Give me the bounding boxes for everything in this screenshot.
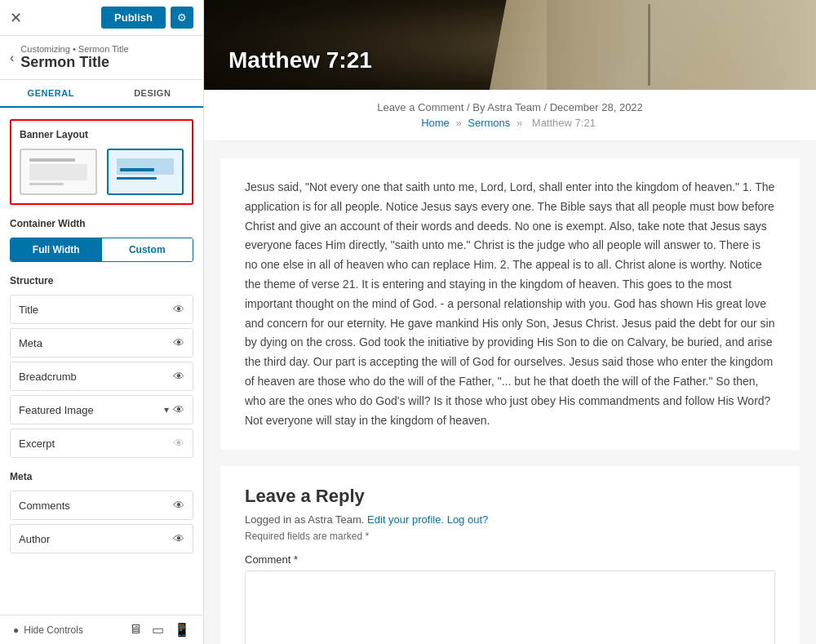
structure-item-title[interactable]: Title 👁 bbox=[10, 295, 193, 324]
breadcrumb-eye-icon[interactable]: 👁 bbox=[173, 370, 184, 383]
breadcrumb-home-link[interactable]: Home bbox=[421, 117, 450, 129]
featured-chevron-icon[interactable]: ▾ bbox=[164, 404, 169, 415]
tabs-row: GENERAL DESIGN bbox=[0, 80, 203, 108]
structure-item-excerpt-label: Excerpt bbox=[19, 437, 55, 450]
hide-controls-button[interactable]: ● Hide Controls bbox=[13, 624, 83, 636]
structure-item-title-icons: 👁 bbox=[173, 303, 184, 316]
tab-design[interactable]: DESIGN bbox=[102, 80, 204, 108]
hero-title: Matthew 7:21 bbox=[228, 47, 372, 73]
edit-profile-link[interactable]: Edit your profile. bbox=[367, 513, 444, 526]
meta-section: Meta Comments 👁 Author 👁 bbox=[10, 471, 193, 553]
hero-section: Matthew 7:21 bbox=[204, 0, 816, 90]
container-width-toggle: Full Width Custom bbox=[10, 238, 193, 262]
desktop-icon[interactable]: 🖥 bbox=[129, 622, 142, 637]
container-width-section: Container Width Full Width Custom bbox=[10, 218, 193, 262]
divider-1 bbox=[220, 141, 800, 142]
breadcrumb-text: Customizing • Sermon Title Sermon Title bbox=[20, 44, 128, 71]
layout-line-1a bbox=[29, 158, 75, 162]
tab-general[interactable]: GENERAL bbox=[0, 80, 102, 108]
required-label: Required fields are marked * bbox=[245, 531, 369, 542]
structure-item-title-label: Title bbox=[19, 304, 38, 316]
banner-layout-label: Banner Layout bbox=[20, 129, 184, 140]
structure-item-featured-label: Featured Image bbox=[19, 404, 94, 416]
structure-item-author-label: Author bbox=[19, 533, 50, 545]
breadcrumb-nav: Home » Sermons » Matthew 7:21 bbox=[220, 117, 800, 129]
structure-item-meta[interactable]: Meta 👁 bbox=[10, 328, 193, 358]
top-bar: ✕ Publish ⚙ bbox=[0, 0, 203, 36]
structure-section: Structure Title 👁 Meta 👁 Breadcrumb 👁 bbox=[10, 275, 193, 458]
structure-item-excerpt-icons: 👁 bbox=[173, 437, 184, 450]
author-eye-icon[interactable]: 👁 bbox=[173, 532, 184, 545]
container-width-label: Container Width bbox=[10, 218, 193, 229]
post-content: Jesus said, "Not every one that saith un… bbox=[220, 158, 800, 450]
structure-item-meta-label: Meta bbox=[19, 337, 42, 349]
structure-item-featured-left: Featured Image bbox=[19, 404, 94, 416]
custom-width-button[interactable]: Custom bbox=[102, 238, 193, 261]
layout-icon-2-img bbox=[117, 158, 175, 175]
layout-line-1c bbox=[29, 183, 64, 185]
comments-title: Leave a Reply bbox=[245, 486, 775, 507]
publish-area: Publish ⚙ bbox=[101, 7, 193, 29]
structure-label: Structure bbox=[10, 275, 193, 286]
breadcrumb-header: ‹ Customizing • Sermon Title Sermon Titl… bbox=[0, 36, 203, 80]
right-content: Matthew 7:21 Leave a Comment / By Astra … bbox=[204, 0, 816, 644]
layout-icon-2-title bbox=[120, 168, 154, 171]
structure-item-featured-image[interactable]: Featured Image ▾ 👁 bbox=[10, 395, 193, 424]
close-button[interactable]: ✕ bbox=[10, 9, 22, 27]
layout-line-1b bbox=[29, 164, 87, 180]
meta-section-label: Meta bbox=[10, 471, 193, 482]
hide-controls-label: Hide Controls bbox=[24, 624, 83, 636]
structure-item-comments-label: Comments bbox=[19, 500, 70, 512]
layout-icon-2 bbox=[113, 155, 178, 183]
comment-textarea[interactable] bbox=[245, 571, 775, 644]
layout-option-1[interactable] bbox=[20, 149, 97, 195]
full-width-button[interactable]: Full Width bbox=[11, 238, 102, 261]
structure-item-breadcrumb[interactable]: Breadcrumb 👁 bbox=[10, 362, 193, 391]
layout-icon-1 bbox=[26, 155, 91, 189]
structure-item-comments[interactable]: Comments 👁 bbox=[10, 491, 193, 520]
structure-item-author-icons: 👁 bbox=[173, 532, 184, 545]
layout-line-2a bbox=[117, 177, 157, 180]
structure-item-author[interactable]: Author 👁 bbox=[10, 524, 193, 553]
structure-item-comments-icons: 👁 bbox=[173, 499, 184, 512]
post-meta-text: Leave a Comment / By Astra Team / Decemb… bbox=[220, 101, 800, 113]
post-body-text: Jesus said, "Not every one that saith un… bbox=[245, 178, 775, 430]
device-icons: 🖥 ▭ 📱 bbox=[129, 622, 190, 637]
left-panel: ✕ Publish ⚙ ‹ Customizing • Sermon Title… bbox=[0, 0, 204, 644]
featured-eye-icon[interactable]: 👁 bbox=[173, 403, 184, 416]
banner-layout-section: Banner Layout bbox=[10, 119, 193, 205]
required-fields-text: Required fields are marked * bbox=[245, 531, 775, 542]
logout-link[interactable]: Log out? bbox=[447, 513, 489, 526]
structure-item-meta-icons: 👁 bbox=[173, 336, 184, 349]
breadcrumb-sep-1: » bbox=[455, 117, 461, 129]
breadcrumb-sermons-link[interactable]: Sermons bbox=[468, 117, 510, 129]
breadcrumb-sep-2: » bbox=[517, 117, 522, 129]
structure-item-breadcrumb-label: Breadcrumb bbox=[19, 371, 77, 383]
back-button[interactable]: ‹ bbox=[10, 51, 14, 65]
gear-button[interactable]: ⚙ bbox=[171, 7, 193, 29]
meta-eye-icon[interactable]: 👁 bbox=[173, 336, 184, 349]
logged-in-as-text: Logged in as Astra Team. bbox=[245, 513, 364, 526]
hide-icon: ● bbox=[13, 624, 19, 636]
excerpt-eye-icon[interactable]: 👁 bbox=[173, 437, 184, 450]
hero-overlay bbox=[204, 0, 816, 90]
title-eye-icon[interactable]: 👁 bbox=[173, 303, 184, 316]
panel-content: Banner Layout bbox=[0, 108, 203, 615]
breadcrumb-title: Sermon Title bbox=[20, 54, 128, 71]
mobile-icon[interactable]: 📱 bbox=[174, 622, 190, 637]
comment-field-label: Comment * bbox=[245, 553, 775, 566]
structure-item-excerpt[interactable]: Excerpt 👁 bbox=[10, 429, 193, 458]
structure-item-featured-icons: ▾ 👁 bbox=[164, 403, 184, 416]
breadcrumb-top-text: Customizing • Sermon Title bbox=[20, 44, 128, 54]
breadcrumb-current: Matthew 7:21 bbox=[532, 117, 596, 129]
structure-item-breadcrumb-icons: 👁 bbox=[173, 370, 184, 383]
publish-button[interactable]: Publish bbox=[101, 7, 166, 29]
comments-section: Leave a Reply Logged in as Astra Team. E… bbox=[220, 466, 800, 644]
panel-bottom: ● Hide Controls 🖥 ▭ 📱 bbox=[0, 615, 203, 644]
logged-in-text: Logged in as Astra Team. Edit your profi… bbox=[245, 513, 775, 526]
layout-option-2[interactable] bbox=[107, 149, 184, 195]
post-meta-bar: Leave a Comment / By Astra Team / Decemb… bbox=[204, 90, 816, 141]
comments-eye-icon[interactable]: 👁 bbox=[173, 499, 184, 512]
tablet-icon[interactable]: ▭ bbox=[152, 622, 164, 637]
layout-options bbox=[20, 149, 184, 195]
